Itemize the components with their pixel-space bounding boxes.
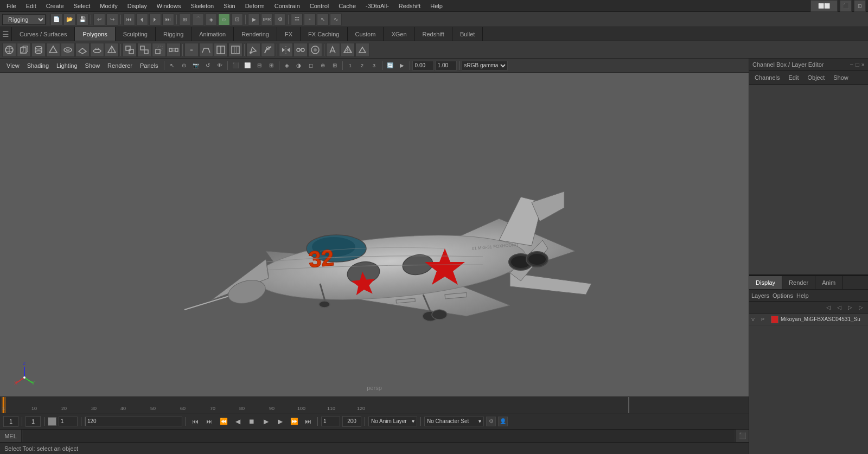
channels-tab[interactable]: Channels	[752, 73, 782, 82]
tab-bullet[interactable]: Bullet	[452, 27, 483, 41]
snap-view-btn[interactable]: ⊙	[218, 14, 230, 25]
vp-show-menu[interactable]: Show	[82, 61, 104, 70]
layer-color-swatch[interactable]	[771, 316, 778, 323]
vp-select-icon[interactable]: ↖	[167, 60, 177, 71]
cleanup-btn[interactable]	[326, 43, 340, 57]
layers-menu[interactable]: Layers	[751, 292, 769, 299]
menu-redshift[interactable]: Redshift	[394, 2, 425, 10]
redo-btn[interactable]: ↪	[106, 14, 118, 25]
vp-smooth1-btn[interactable]: 1	[345, 60, 356, 71]
script-execute-btn[interactable]: ⬛	[736, 430, 749, 442]
char-set-dropdown[interactable]: No Character Set ▾	[424, 417, 484, 426]
tab-xgen[interactable]: XGen	[384, 27, 414, 41]
layer-tab-render[interactable]: Render	[782, 276, 815, 289]
select-tool-btn[interactable]: ↖	[317, 14, 329, 25]
save-scene-btn[interactable]: 💾	[76, 14, 88, 25]
tab-sculpting[interactable]: Sculpting	[116, 27, 156, 41]
prev-key-btn[interactable]: ⏮	[123, 14, 135, 25]
crease-btn[interactable]: ≡	[184, 43, 199, 57]
vp-layout3-btn[interactable]: ⊟	[254, 60, 265, 71]
lasso-btn[interactable]: ∿	[330, 14, 342, 25]
new-scene-btn[interactable]: 📄	[50, 14, 62, 25]
layer-help-menu[interactable]: Help	[796, 292, 809, 299]
menu-3dtool[interactable]: -3DtoAll-	[361, 2, 393, 10]
lt-next-btn[interactable]: ▷	[845, 303, 855, 312]
menu-skin[interactable]: Skin	[219, 2, 239, 10]
next-frame-btn2[interactable]: ⏩	[288, 415, 300, 427]
menu-cache[interactable]: Cache	[334, 2, 360, 10]
snap-curve-btn[interactable]: ⌒	[192, 14, 204, 25]
offset-edge-btn[interactable]	[228, 43, 242, 57]
bridge-btn[interactable]	[167, 43, 181, 57]
vp-paint-icon[interactable]: ⊙	[178, 60, 189, 71]
module-menu-btn[interactable]: ☰	[0, 27, 12, 41]
prev-key-btn2[interactable]: ⏭	[203, 415, 215, 427]
anim-options-btn[interactable]: ⚙	[486, 417, 496, 426]
separate-btn[interactable]	[137, 43, 151, 57]
menu-create[interactable]: Create	[42, 2, 68, 10]
anim-layer-dropdown[interactable]: No Anim Layer ▾	[368, 417, 417, 426]
mode-dropdown[interactable]: Rigging	[2, 14, 46, 25]
plane-btn[interactable]	[75, 43, 90, 57]
vp-layout1-btn[interactable]: ⬛	[230, 60, 241, 71]
menu-deform[interactable]: Deform	[241, 2, 269, 10]
script-input[interactable]	[23, 430, 735, 442]
torus-btn[interactable]	[61, 43, 75, 57]
options-menu[interactable]: Options	[773, 292, 793, 299]
undo-btn[interactable]: ↩	[93, 14, 105, 25]
show-ui-btn[interactable]: ☷	[291, 14, 303, 25]
bevel-btn[interactable]	[199, 43, 213, 57]
tab-fx-caching[interactable]: FX Caching	[301, 27, 347, 41]
layer-tab-display[interactable]: Display	[749, 276, 782, 289]
layer-vp-toggle[interactable]: V	[751, 317, 759, 322]
fill-hole-btn[interactable]	[308, 43, 322, 57]
workspace-btn2[interactable]: ⬛	[840, 0, 852, 12]
extrude-btn[interactable]	[152, 43, 166, 57]
open-scene-btn[interactable]: 📂	[63, 14, 75, 25]
wedge-btn[interactable]	[355, 43, 369, 57]
menu-help[interactable]: Help	[426, 2, 447, 10]
workspace-btn3[interactable]: ⊡	[854, 0, 866, 12]
timeline-ruler[interactable]: 1 10 20 30 40 50 60 70 80 90 100 110 120	[0, 397, 749, 413]
vp-isolate-btn[interactable]: ◈	[282, 60, 292, 71]
menu-skeleton[interactable]: Skeleton	[186, 2, 218, 10]
vp-grid-btn[interactable]: ⊞	[329, 60, 340, 71]
stop-btn[interactable]: ⏹	[246, 415, 258, 427]
sphere-btn[interactable]	[2, 43, 16, 57]
render-btn[interactable]: ▶	[248, 14, 260, 25]
menu-file[interactable]: File	[2, 2, 21, 10]
vp-layout4-btn[interactable]: ⊞	[266, 60, 277, 71]
tab-custom[interactable]: Custom	[348, 27, 384, 41]
vp-shading-menu[interactable]: Shading	[24, 61, 52, 70]
vp-colorspace-select[interactable]: sRGB gamma	[462, 61, 508, 71]
next-frame-btn[interactable]: ⏵	[149, 14, 161, 25]
vp-view-menu[interactable]: View	[3, 61, 23, 70]
component-btn[interactable]: ◦	[304, 14, 316, 25]
next-key-btn[interactable]: ⏭	[162, 14, 174, 25]
ch-edit-tab[interactable]: Edit	[786, 73, 801, 82]
vp-far-clip[interactable]	[435, 61, 457, 71]
ch-object-tab[interactable]: Object	[805, 73, 827, 82]
ch-close-btn[interactable]: −	[850, 61, 853, 68]
layer-tab-anim[interactable]: Anim	[815, 276, 843, 289]
lt-prev-btn[interactable]: ◁	[824, 303, 833, 312]
next-btn[interactable]: ▶	[274, 415, 286, 427]
anim-snap-btn[interactable]: ⊡	[231, 14, 243, 25]
tab-rendering[interactable]: Rendering	[234, 27, 277, 41]
tab-curves-surfaces[interactable]: Curves / Surfaces	[12, 27, 75, 41]
tab-fx[interactable]: FX	[277, 27, 301, 41]
vp-renderer-menu[interactable]: Renderer	[104, 61, 136, 70]
go-end-btn[interactable]: ⏭	[302, 415, 314, 427]
ch-float-btn[interactable]: □	[856, 61, 859, 68]
prev-frame-btn[interactable]: ⏴	[136, 14, 148, 25]
vp-near-clip[interactable]	[412, 61, 434, 71]
vp-smooth2-btn[interactable]: 2	[357, 60, 368, 71]
menu-control[interactable]: Control	[305, 2, 333, 10]
insert-edge-btn[interactable]	[214, 43, 228, 57]
char-set-btn[interactable]: 👤	[498, 417, 508, 426]
paint-select-btn[interactable]	[246, 43, 260, 57]
layer-p-toggle[interactable]: P	[761, 317, 769, 322]
cylinder-btn[interactable]	[31, 43, 46, 57]
poke-btn[interactable]	[341, 43, 355, 57]
current-frame-display[interactable]: 1	[25, 416, 41, 427]
